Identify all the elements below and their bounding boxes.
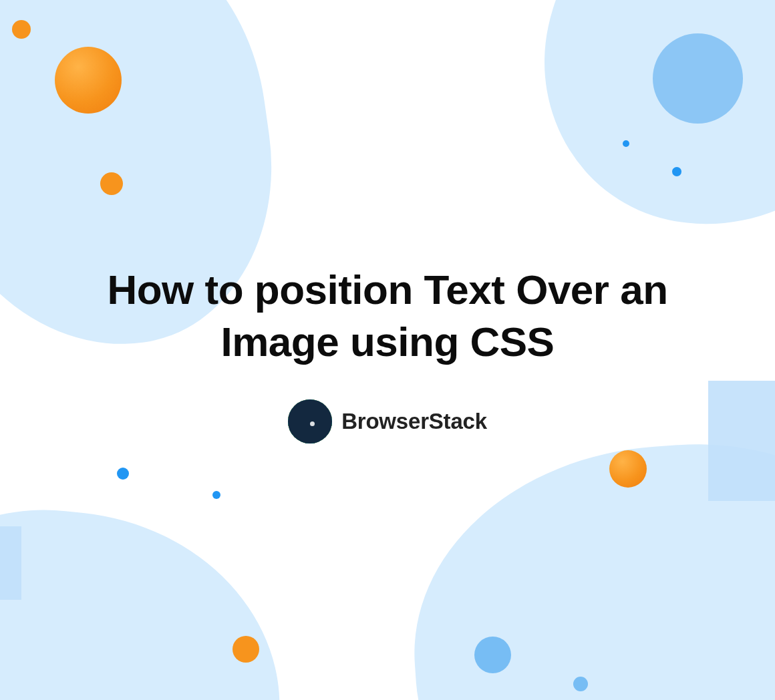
circle-icon xyxy=(100,172,123,195)
circle-icon xyxy=(232,636,259,663)
circle-icon xyxy=(609,450,647,488)
circle-icon xyxy=(474,637,511,673)
circle-icon xyxy=(573,677,588,691)
circle-icon xyxy=(653,33,743,124)
dot-icon xyxy=(212,491,220,499)
dot-icon xyxy=(672,167,681,176)
decor-rect-bottom-left xyxy=(0,526,21,600)
circle-icon xyxy=(12,20,31,39)
browserstack-logo-icon xyxy=(288,399,332,444)
page-title: How to position Text Over an Image using… xyxy=(0,264,775,367)
dot-icon xyxy=(117,468,129,480)
brand-name: BrowserStack xyxy=(341,409,487,434)
hero-content: How to position Text Over an Image using… xyxy=(0,264,775,444)
bg-blob-bottom-left xyxy=(0,492,299,700)
dot-icon xyxy=(623,140,629,147)
circle-icon xyxy=(55,47,122,114)
brand-logo: BrowserStack xyxy=(0,399,775,444)
bg-blob-top-right xyxy=(514,0,775,259)
